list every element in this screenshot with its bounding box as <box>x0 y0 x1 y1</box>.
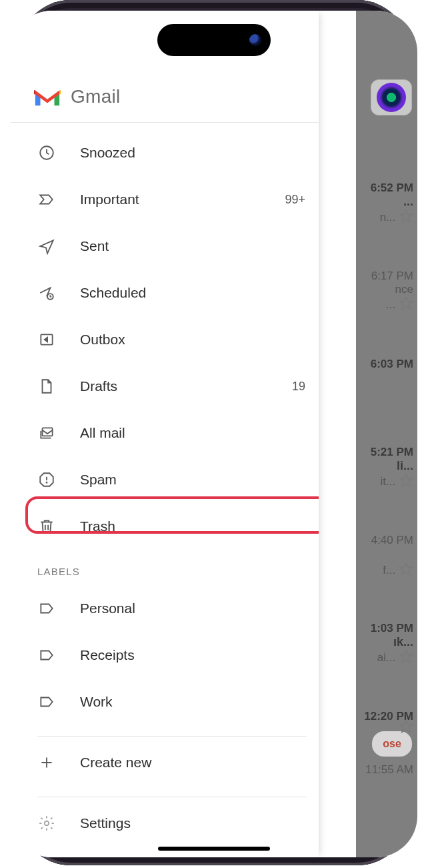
nav-label: Drafts <box>80 378 292 394</box>
nav-label: All mail <box>80 425 305 441</box>
navigation-drawer: Gmail Snoozed Important 99+ Sent Schedul… <box>11 11 319 857</box>
nav-important[interactable]: Important 99+ <box>11 176 319 223</box>
inbox-time: 6:52 PM <box>371 181 413 195</box>
nav-snoozed[interactable]: Snoozed <box>11 129 319 176</box>
star-icon[interactable] <box>399 473 413 488</box>
allmail-icon <box>37 424 56 442</box>
nav-label: Spam <box>80 472 305 488</box>
plus-icon <box>37 753 56 772</box>
inbox-snippet: n... <box>380 211 396 224</box>
trash-icon <box>37 517 56 536</box>
svg-marker-3 <box>400 563 412 574</box>
nav-label: Scheduled <box>80 285 305 301</box>
nav-scheduled[interactable]: Scheduled <box>11 270 319 316</box>
inbox-peek-row[interactable]: 1:03 PM ık... ai... <box>371 622 413 665</box>
nav-label: Create new <box>80 755 305 771</box>
inbox-time: 4:40 PM <box>371 534 413 547</box>
nav-label: Trash <box>80 518 305 534</box>
nav-allmail[interactable]: All mail <box>11 410 319 456</box>
nav-label: Outbox <box>80 332 305 348</box>
compose-button[interactable]: ose <box>372 731 412 757</box>
nav-outbox[interactable]: Outbox <box>11 316 319 363</box>
inbox-peek-row[interactable]: 6:03 PM <box>371 358 413 371</box>
divider <box>37 797 307 797</box>
nav-label: Snoozed <box>80 145 305 161</box>
star-icon[interactable] <box>399 296 413 311</box>
nav-sent[interactable]: Sent <box>11 223 319 270</box>
spam-icon <box>37 470 56 489</box>
nav-label: Sent <box>80 238 305 254</box>
avatar <box>377 83 406 112</box>
nav-label: Receipts <box>80 647 305 663</box>
front-camera <box>249 34 261 46</box>
nav-drafts[interactable]: Drafts 19 <box>11 363 319 410</box>
home-indicator[interactable] <box>158 847 270 851</box>
sent-icon <box>37 237 56 256</box>
nav-label: Work <box>80 694 305 710</box>
svg-point-10 <box>46 482 47 483</box>
inbox-peek-row[interactable]: 6:52 PM ... n... <box>371 181 413 224</box>
nav-count: 19 <box>292 380 305 394</box>
important-icon <box>37 190 56 209</box>
svg-marker-4 <box>400 650 412 662</box>
inbox-time: 6:03 PM <box>371 358 413 371</box>
svg-point-11 <box>45 821 49 826</box>
inbox-time: 1:03 PM <box>371 622 413 635</box>
clock-icon <box>37 143 56 162</box>
svg-marker-2 <box>400 474 412 486</box>
nav-trash[interactable]: Trash <box>11 503 319 550</box>
inbox-snippet: ... <box>386 298 395 311</box>
star-icon[interactable] <box>399 562 413 576</box>
inbox-peek-row[interactable]: 4:40 PM f... <box>371 534 413 577</box>
divider <box>37 736 307 737</box>
star-icon[interactable] <box>399 209 413 224</box>
inbox-time: 6:17 PM <box>371 270 413 283</box>
nav-count: 99+ <box>285 193 305 207</box>
inbox-snippet: ık... <box>371 635 413 649</box>
nav-label: Important <box>80 191 285 207</box>
nav-spam[interactable]: Spam <box>11 456 319 503</box>
nav-label: Personal <box>80 600 305 616</box>
inbox-peek-row[interactable]: 6:17 PM nce ... <box>371 270 413 312</box>
compose-label: ose <box>383 738 401 750</box>
profile-button[interactable] <box>371 79 412 115</box>
dynamic-island <box>157 24 271 56</box>
inbox-snippet: ... <box>371 195 413 209</box>
inbox-peek-row[interactable]: 5:21 PM li... it... <box>371 446 413 488</box>
label-icon <box>37 646 56 665</box>
inbox-snippet: nce <box>371 283 413 296</box>
gmail-logo: Gmail <box>33 86 121 107</box>
star-icon[interactable] <box>399 719 413 734</box>
nav-label-personal[interactable]: Personal <box>11 585 319 632</box>
gear-icon <box>37 814 56 833</box>
screen: 6:52 PM ... n... 6:17 PM nce ... 6:03 PM… <box>11 11 417 857</box>
inbox-dimmed-area[interactable]: 6:52 PM ... n... 6:17 PM nce ... 6:03 PM… <box>356 11 417 857</box>
inbox-peek-row[interactable]: 11:55 AM <box>365 763 413 777</box>
labels-header: LABELS <box>11 550 319 585</box>
star-icon[interactable] <box>399 649 413 664</box>
nav-label-receipts[interactable]: Receipts <box>11 632 319 679</box>
svg-marker-0 <box>400 210 412 222</box>
inbox-snippet: li... <box>371 459 413 473</box>
gmail-icon <box>33 86 61 107</box>
svg-marker-5 <box>400 721 412 732</box>
draft-icon <box>37 377 56 396</box>
inbox-snippet: ai... <box>377 651 395 664</box>
app-name: Gmail <box>71 86 121 107</box>
label-icon <box>37 693 56 711</box>
inbox-time: 5:21 PM <box>371 446 413 459</box>
label-icon <box>37 599 56 618</box>
drawer-body[interactable]: Snoozed Important 99+ Sent Scheduled Out… <box>11 129 319 857</box>
inbox-time: 11:55 AM <box>365 763 413 777</box>
nav-label: Settings <box>80 815 305 831</box>
nav-settings[interactable]: Settings <box>11 800 319 847</box>
outbox-icon <box>37 330 56 349</box>
svg-marker-1 <box>400 298 412 309</box>
scheduled-icon <box>37 284 56 302</box>
nav-create-new[interactable]: Create new <box>11 739 319 786</box>
nav-label-work[interactable]: Work <box>11 679 319 725</box>
inbox-snippet: f... <box>383 564 395 576</box>
inbox-snippet: it... <box>381 475 396 488</box>
